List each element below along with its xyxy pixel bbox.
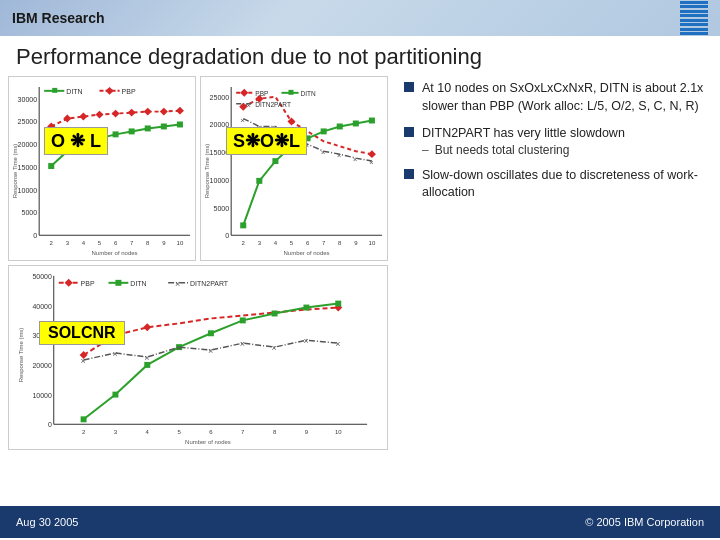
bullet-item-3: Slow-down oscillates due to discreteness… [404,167,704,202]
svg-text:DITN2PART: DITN2PART [190,280,229,287]
chart-bottom-svg: 0 10000 20000 30000 40000 50000 2 3 4 5 … [9,266,387,449]
svg-text:40000: 40000 [32,303,51,310]
bullet-icon-2 [404,127,414,137]
svg-text:×: × [144,353,149,363]
svg-rect-38 [52,88,57,93]
svg-rect-68 [256,178,262,184]
bullet-text-2: DITN2PART has very little slowdown [422,125,625,143]
svg-rect-69 [272,158,278,164]
svg-rect-24 [129,128,135,134]
svg-rect-96 [9,266,387,449]
svg-rect-73 [337,123,343,129]
svg-text:DITN: DITN [66,88,82,95]
footer-date: Aug 30 2005 [16,516,78,528]
ibm-logo-icon [680,1,708,36]
svg-text:10000: 10000 [18,187,38,194]
chart-top-left: 0 5000 10000 15000 20000 25000 30000 2 3… [8,76,196,261]
svg-rect-27 [177,122,183,128]
chart-top-left-svg: 0 5000 10000 15000 20000 25000 30000 2 3… [9,77,195,260]
footer-copyright: © 2005 IBM Corporation [585,516,704,528]
bullet-item-2: DITN2PART has very little slowdown [404,125,704,143]
svg-text:PBP: PBP [255,90,268,97]
svg-rect-75 [369,118,375,124]
sub-dash-icon: – [422,143,429,157]
svg-text:2: 2 [82,429,85,435]
svg-text:25000: 25000 [210,94,230,101]
page-title: Performance degradation due to not parti… [16,44,704,70]
svg-text:20000: 20000 [18,141,38,148]
page-title-bar: Performance degradation due to not parti… [0,36,720,76]
bullet-icon-1 [404,82,414,92]
svg-rect-122 [208,330,214,336]
header: IBM Research [0,0,720,36]
svg-text:10: 10 [177,240,184,246]
sub-bullet-1: – But needs total clustering [422,143,704,157]
chart-top-left-label: O ❋ L [44,127,108,155]
svg-rect-140 [115,280,121,286]
svg-rect-67 [240,222,246,228]
svg-rect-72 [321,128,327,134]
svg-rect-19 [48,163,54,169]
sub-bullet-text-1: But needs total clustering [435,143,570,157]
main-content: 0 5000 10000 15000 20000 25000 30000 2 3… [0,76,720,506]
svg-rect-23 [113,131,119,137]
svg-text:Number of nodes: Number of nodes [283,250,329,256]
svg-text:×: × [303,336,308,346]
svg-text:×: × [335,339,340,349]
svg-text:7: 7 [241,429,244,435]
svg-rect-25 [145,125,151,131]
svg-rect-26 [161,123,167,129]
svg-text:×: × [176,343,181,353]
svg-text:Response Time (ms): Response Time (ms) [12,144,18,199]
chart-top-right: 0 5000 10000 15000 20000 25000 2 3 4 5 6… [200,76,388,261]
svg-text:Response Time (ms): Response Time (ms) [18,328,24,383]
svg-text:×: × [240,339,245,349]
svg-text:10000: 10000 [210,177,230,184]
svg-text:×: × [175,279,180,289]
svg-text:×: × [337,151,342,160]
bullet-icon-3 [404,169,414,179]
svg-text:10: 10 [335,429,342,435]
svg-rect-126 [335,301,341,307]
bullet-text-1: At 10 nodes on SxOxLxCxNxR, DITN is abou… [422,80,704,115]
charts-area: 0 5000 10000 15000 20000 25000 30000 2 3… [8,76,388,506]
footer: Aug 30 2005 © 2005 IBM Corporation [0,506,720,538]
svg-rect-119 [112,392,118,398]
chart-bottom-label: SOLCNR [39,321,125,345]
bullet-item-2-wrapper: DITN2PART has very little slowdown – But… [404,125,704,157]
chart-bottom: 0 10000 20000 30000 40000 50000 2 3 4 5 … [8,265,388,450]
svg-text:0: 0 [48,421,52,428]
svg-text:×: × [208,346,213,356]
svg-text:×: × [353,155,358,164]
chart-top-right-svg: 0 5000 10000 15000 20000 25000 2 3 4 5 6… [201,77,387,260]
svg-text:50000: 50000 [32,273,51,280]
svg-text:Response Time (ms): Response Time (ms) [204,144,210,199]
svg-text:Number of nodes: Number of nodes [91,250,137,256]
svg-text:DITN2PART: DITN2PART [255,101,291,108]
chart-top-right-label: S❋O❋L [226,127,307,155]
svg-text:×: × [240,116,245,125]
svg-text:0: 0 [33,232,37,239]
svg-text:×: × [81,356,86,366]
bullet-item-1: At 10 nodes on SxOxLxCxNxR, DITN is abou… [404,80,704,115]
svg-rect-124 [272,311,278,317]
svg-text:DITN: DITN [130,280,146,287]
svg-text:0: 0 [225,232,229,239]
svg-text:5000: 5000 [22,210,38,217]
svg-text:5000: 5000 [214,205,230,212]
svg-text:25000: 25000 [18,119,38,126]
svg-text:10000: 10000 [32,392,51,399]
svg-text:15000: 15000 [18,164,38,171]
svg-text:×: × [272,343,277,353]
svg-text:×: × [369,158,374,167]
svg-text:20000: 20000 [32,362,51,369]
bullet-text-3: Slow-down oscillates due to discreteness… [422,167,704,202]
svg-text:10: 10 [369,240,376,246]
svg-text:×: × [321,148,326,157]
header-title: IBM Research [12,10,105,26]
svg-text:PBP: PBP [81,280,95,287]
svg-rect-123 [240,317,246,323]
svg-text:DITN: DITN [301,90,317,97]
svg-text:Number of nodes: Number of nodes [185,439,231,445]
charts-top-row: 0 5000 10000 15000 20000 25000 30000 2 3… [8,76,388,261]
